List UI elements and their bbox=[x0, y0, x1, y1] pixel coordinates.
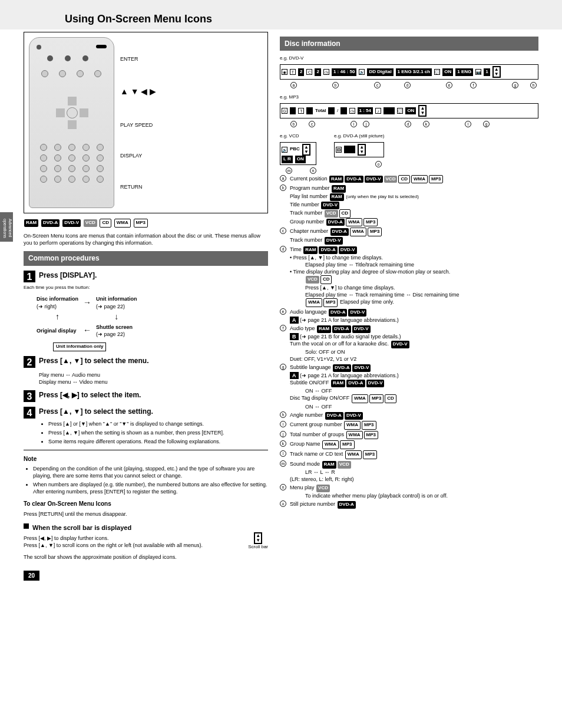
step4-bullet: Some items require different operations.… bbox=[48, 438, 268, 445]
clock-icon: ◷ bbox=[323, 69, 329, 75]
scroll-bar-icon: ▲▼ bbox=[254, 532, 262, 544]
format-badge: CD bbox=[100, 219, 111, 228]
audio-icon: 🔊 bbox=[359, 69, 365, 75]
step4-bullet: Press [▲, ▼] when the setting is shown a… bbox=[48, 429, 268, 436]
section-common: Common procedures bbox=[24, 251, 268, 265]
return-label: RETURN bbox=[120, 183, 143, 190]
step-1-num: 1 bbox=[24, 271, 35, 282]
step-2-flow: Play menu ↔ Audio menu Display menu ↔ Vi… bbox=[39, 371, 268, 386]
osd-dvda-still: 🖼 ▲▼ bbox=[334, 142, 384, 157]
note-item: When numbers are displayed (e.g. title n… bbox=[33, 481, 268, 495]
step-2-label: Press [▲, ▼] to select the menu. bbox=[39, 356, 148, 368]
picture-icon: 🖼 bbox=[336, 147, 342, 153]
playspeed-label: PLAY SPEED bbox=[120, 121, 153, 129]
callout-letters-2: b c i j d k l g bbox=[290, 121, 538, 127]
display-flow: Disc information(➜ right) → Unit informa… bbox=[24, 294, 268, 351]
angle-icon: 📷 bbox=[475, 69, 481, 75]
clear-text: Press [RETURN] until the menus disappear… bbox=[24, 510, 268, 518]
note-item: Depending on the condition of the unit (… bbox=[33, 465, 268, 479]
scroll-bar-label: Scroll bar bbox=[248, 544, 268, 551]
section-disc-info: Disc information bbox=[280, 37, 538, 51]
format-badge: MP3 bbox=[134, 219, 148, 228]
step-3-num: 3 bbox=[24, 390, 35, 402]
subtitle-icon: 💬 bbox=[434, 69, 440, 75]
unit-info-only-box: Unit information only bbox=[53, 342, 106, 351]
display-label: DISPLAY bbox=[120, 152, 142, 159]
format-badge: VCD bbox=[84, 219, 97, 227]
disc-icon: ◉ bbox=[282, 69, 287, 75]
step-2-num: 2 bbox=[24, 356, 35, 368]
page-number: 20 bbox=[24, 571, 39, 581]
arrow-keys-label: ▲ ▼ ◀ ▶ bbox=[120, 86, 263, 97]
chapter-icon: C bbox=[306, 69, 312, 75]
step4-bullet: Press [▲] or [▼] when "▲" or "▼" is disp… bbox=[48, 420, 268, 427]
side-tab: Advanced operations bbox=[0, 212, 13, 242]
track-icon: T bbox=[298, 108, 304, 114]
remote-figure: ENTER ▲ ▼ ◀ ▶ PLAY SPEED DISPLAY RETURN bbox=[24, 32, 268, 213]
title-icon: T bbox=[290, 69, 296, 75]
step-3-label: Press [◀, ▶] to select the item. bbox=[39, 390, 141, 402]
clock-icon: ◷ bbox=[349, 108, 355, 114]
scroll-heading: When the scroll bar is displayed bbox=[32, 523, 131, 532]
scroll-text-2: The scroll bar shows the approximate pos… bbox=[24, 554, 268, 561]
step-4-label: Press [▲, ▼] to select the setting. bbox=[39, 407, 153, 419]
remote-callouts: ENTER ▲ ▼ ◀ ▶ PLAY SPEED DISPLAY RETURN bbox=[120, 37, 263, 208]
audio-icon: 🔊 bbox=[282, 147, 287, 153]
osd-dvdv: ◉ T 2 C 2 ◷ 1 : 46 : 50 🔊 DD Digital 1 E… bbox=[280, 64, 538, 80]
subtitle-icon: 💬 bbox=[397, 108, 403, 114]
format-badge: DVD-V bbox=[62, 219, 81, 227]
square-bullet-icon bbox=[24, 523, 29, 529]
group-icon: G bbox=[282, 108, 287, 114]
format-badge: WMA bbox=[114, 219, 131, 228]
remote-control-image bbox=[29, 37, 114, 208]
osd-vcd: 🔊 PBC ▲▼ L R ON bbox=[280, 142, 316, 165]
name-icon: ♪ bbox=[375, 108, 381, 114]
scroll-text-1: Press [◀, ▶] to display further icons. P… bbox=[24, 535, 242, 549]
intro-text: On-Screen Menu Icons are menus that cont… bbox=[24, 232, 268, 246]
page-title: Using On-Screen Menu Icons bbox=[65, 12, 538, 26]
notes-heading: Note bbox=[24, 455, 268, 463]
format-badge: RAM bbox=[24, 219, 38, 227]
step-4-num: 4 bbox=[24, 407, 35, 419]
clear-heading: To clear On-Screen Menu Icons bbox=[24, 500, 268, 508]
callout-letters-1: a b c d e f g h bbox=[290, 82, 538, 88]
format-badge: DVD-A bbox=[41, 219, 59, 227]
osd-mp3: G T Total / ◷ 1 : 54 ♪ 💬 ON ▲▼ bbox=[280, 103, 538, 118]
enter-label: ENTER bbox=[120, 55, 138, 62]
step-1-label: Press [DISPLAY]. bbox=[39, 271, 97, 282]
